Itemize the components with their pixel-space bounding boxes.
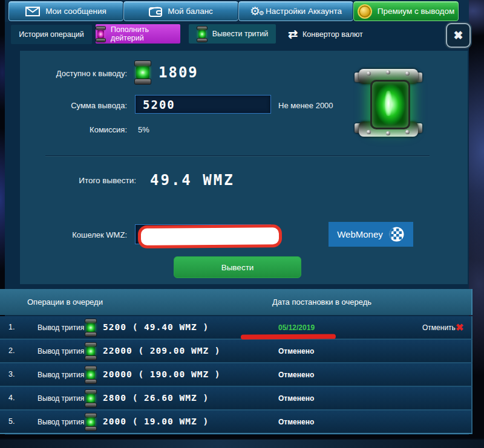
tab-settings[interactable]: ⚙⚙ Настройки Аккаунта bbox=[238, 1, 353, 21]
tab-label: Мой баланс bbox=[168, 7, 213, 16]
tritium-canister-icon bbox=[85, 390, 97, 406]
withdraw-button-label: Вывести bbox=[221, 263, 254, 272]
queue-header: Операции в очереди Дата постановки в оче… bbox=[0, 289, 473, 315]
commission-label: Комиссия: bbox=[24, 125, 127, 134]
tritium-canister-icon bbox=[134, 61, 151, 84]
cancel-x-icon[interactable]: ✖ bbox=[456, 322, 463, 333]
row-type: Вывод трития bbox=[38, 394, 84, 403]
row-amount: 2800 ( 26.60 WMZ ) bbox=[103, 393, 209, 403]
wallet-icon bbox=[149, 6, 162, 17]
available-value: 1809 bbox=[159, 64, 198, 81]
cancel-link[interactable]: Отменить bbox=[422, 323, 456, 332]
envelope-icon bbox=[25, 7, 40, 16]
subtab-history[interactable]: История операций bbox=[11, 25, 92, 44]
webmoney-logo-icon bbox=[388, 226, 405, 242]
row-status: Отменено bbox=[278, 418, 314, 426]
queue-row: 3. Вывод трития 20000 ( 190.00 WMZ ) Отм… bbox=[0, 363, 473, 387]
row-amount: 5200 ( 49.40 WMZ ) bbox=[103, 322, 209, 332]
deuterium-canister-icon bbox=[96, 27, 106, 41]
queue-row: 4. Вывод трития 2800 ( 26.60 WMZ ) Отмен… bbox=[0, 387, 473, 411]
swap-arrows-icon: ⇄ bbox=[288, 29, 298, 40]
divider bbox=[45, 155, 430, 157]
amount-hint: Не менее 2000 bbox=[278, 101, 333, 110]
withdraw-button[interactable]: Вывести bbox=[174, 256, 301, 278]
subtab-label: История операций bbox=[19, 30, 84, 39]
top-tab-bar: Мои сообщения Мой баланс ⚙⚙ Настройки Ак… bbox=[5, 0, 469, 22]
tritium-canister-icon bbox=[85, 366, 97, 383]
medal-icon bbox=[358, 4, 372, 19]
subtab-withdraw-tritium[interactable]: Вывести тритий bbox=[189, 24, 276, 44]
tritium-canister-icon bbox=[197, 27, 208, 41]
row-type: Вывод трития bbox=[38, 323, 84, 332]
commission-value: 5% bbox=[138, 125, 149, 134]
gear-icon: ⚙⚙ bbox=[250, 5, 260, 17]
redaction-annotation bbox=[138, 224, 282, 248]
row-type: Вывод трития bbox=[38, 418, 84, 426]
column-date: Дата постановки в очередь bbox=[272, 297, 371, 307]
wallet-label: Кошелек WMZ: bbox=[24, 230, 127, 239]
queue-row: 5. Вывод трития 2000 ( 19.00 WMZ ) Отмен… bbox=[0, 411, 473, 434]
footer-strip bbox=[0, 438, 484, 448]
row-type: Вывод трития bbox=[38, 347, 84, 355]
webmoney-label: WebMoney bbox=[337, 229, 383, 239]
row-status: Отменено bbox=[278, 347, 314, 355]
tab-label: Премиум с выводом bbox=[378, 7, 454, 16]
row-amount: 20000 ( 190.00 WMZ ) bbox=[103, 369, 221, 379]
tab-premium[interactable]: Премиум с выводом bbox=[353, 1, 459, 21]
row-number: 2. bbox=[8, 346, 15, 355]
queue-row: 2. Вывод трития 22000 ( 209.00 WMZ ) Отм… bbox=[0, 340, 473, 363]
tritium-canister-icon bbox=[85, 319, 97, 336]
close-button[interactable]: ✖ bbox=[446, 23, 471, 48]
subtab-currency-converter[interactable]: ⇄ Конвертор валют bbox=[283, 25, 368, 44]
tab-label: Мои сообщения bbox=[45, 7, 106, 16]
amount-field bbox=[135, 95, 271, 114]
tab-messages[interactable]: Мои сообщения bbox=[8, 1, 123, 21]
tab-balance[interactable]: Мой баланс bbox=[123, 1, 238, 21]
row-number: 4. bbox=[8, 394, 15, 402]
row-number: 5. bbox=[8, 417, 15, 426]
tritium-canister-icon bbox=[85, 414, 97, 430]
total-value: 49.4 WMZ bbox=[150, 172, 235, 189]
amount-label: Сумма вывода: bbox=[24, 101, 127, 110]
close-icon: ✖ bbox=[454, 28, 463, 42]
amount-input[interactable] bbox=[136, 98, 270, 111]
row-date: 05/12/2019 bbox=[278, 323, 315, 332]
total-label: Итого вывести: bbox=[24, 176, 136, 185]
row-status: Отменено bbox=[278, 394, 314, 403]
row-amount: 22000 ( 209.00 WMZ ) bbox=[103, 346, 221, 355]
subtab-label: Вывести тритий bbox=[212, 30, 269, 38]
webmoney-button[interactable]: WebMoney bbox=[329, 222, 413, 247]
queue-row: 1. Вывод трития 5200 ( 49.40 WMZ ) 05/12… bbox=[0, 316, 473, 340]
tritium-canister-icon bbox=[85, 343, 97, 359]
subtab-label: Конвертор валют bbox=[302, 30, 363, 39]
row-amount: 2000 ( 19.00 WMZ ) bbox=[103, 417, 209, 426]
tritium-canister-image bbox=[356, 68, 421, 138]
subtab-label: Пополнить дейтерий bbox=[111, 25, 180, 42]
column-operations: Операции в очереди bbox=[27, 297, 103, 307]
annotation-underline bbox=[241, 334, 336, 340]
row-number: 1. bbox=[8, 323, 15, 331]
available-label: Доступно к выводу: bbox=[24, 69, 127, 78]
subtab-top-up-deuterium[interactable]: Пополнить дейтерий bbox=[96, 24, 180, 44]
row-status: Отменено bbox=[278, 371, 314, 379]
row-number: 3. bbox=[8, 370, 15, 378]
tab-label: Настройки Аккаунта bbox=[266, 7, 342, 16]
row-type: Вывод трития bbox=[38, 371, 84, 379]
